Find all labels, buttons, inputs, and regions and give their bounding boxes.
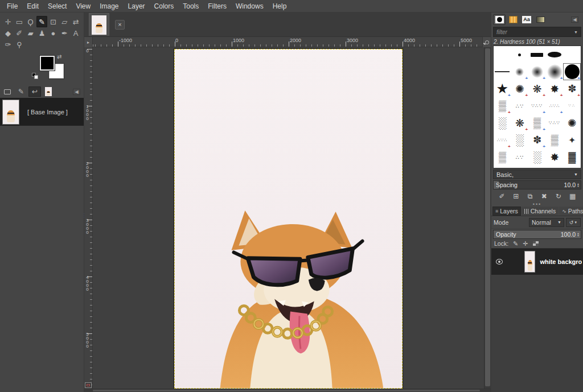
brush-cell[interactable]: ∴∵ <box>511 97 529 114</box>
bucket-fill-tool[interactable]: ◆ <box>2 27 14 39</box>
tool-options-tab[interactable]: ✎ <box>15 86 27 97</box>
brush-cell[interactable]: + <box>546 63 564 80</box>
menu-item-view[interactable]: View <box>71 1 95 12</box>
tab-paths[interactable]: ∿Paths <box>559 207 583 216</box>
menu-item-filters[interactable]: Filters <box>203 1 231 12</box>
clone-tool[interactable]: ♟ <box>36 27 48 39</box>
mode-select[interactable]: Normal ▼ <box>529 218 564 227</box>
brush-cell[interactable]: ❋+ <box>528 80 546 97</box>
swap-colors-icon[interactable]: ⇄ <box>57 53 61 60</box>
gradients-tab[interactable] <box>535 15 546 24</box>
lock-pixels-icon[interactable]: ✎ <box>513 240 518 247</box>
brush-cell[interactable] <box>563 46 581 63</box>
menu-item-tools[interactable]: Tools <box>178 1 203 12</box>
brush-cell[interactable]: ▒ <box>546 131 564 148</box>
brush-cell[interactable]: + <box>511 63 529 80</box>
menu-item-select[interactable]: Select <box>43 1 71 12</box>
brush-cell[interactable]: ∴∵∴+ <box>546 97 564 114</box>
brush-cell[interactable]: ▒ <box>494 148 511 166</box>
paths-tool[interactable]: ✒ <box>59 27 70 39</box>
open-brush-button[interactable]: ▦ <box>568 192 578 200</box>
horizontal-scrollbar[interactable] <box>84 389 491 392</box>
new-brush-button[interactable]: ⊞ <box>511 192 521 200</box>
refresh-brushes-button[interactable]: ↻ <box>553 192 564 200</box>
brush-cell[interactable] <box>494 46 511 63</box>
brush-cell[interactable]: + <box>563 63 581 80</box>
tab-layers[interactable]: ≡Layers <box>492 207 521 216</box>
lock-position-icon[interactable]: ✛ <box>523 240 528 247</box>
brush-cell[interactable]: ✽+ <box>563 80 581 97</box>
spinner-arrows-icon[interactable]: ▲▼ <box>577 232 581 237</box>
brush-cell[interactable]: ▒+ <box>494 97 511 114</box>
panel-resize-handle[interactable]: ••• <box>491 202 583 206</box>
brush-cell[interactable]: ✺ <box>563 114 581 131</box>
foreground-color-swatch[interactable] <box>40 56 55 71</box>
brush-cell[interactable]: ▒+ <box>528 114 546 131</box>
brush-cell[interactable]: ✸+ <box>546 80 564 97</box>
menu-item-windows[interactable]: Windows <box>231 1 268 12</box>
layer-row[interactable]: white background <box>491 249 583 275</box>
undo-history-tab[interactable]: ↩ <box>28 86 41 97</box>
images-tab[interactable] <box>42 86 55 97</box>
brush-cell[interactable] <box>528 46 546 63</box>
brush-cell[interactable]: ∴∵ <box>511 148 529 166</box>
menu-item-edit[interactable]: Edit <box>22 1 43 12</box>
eraser-tool[interactable]: ▰ <box>25 27 36 39</box>
flip-tool[interactable]: ⇄ <box>70 16 81 27</box>
spinner-arrows-icon[interactable]: ▲▼ <box>577 183 581 187</box>
brushes-tab[interactable] <box>494 15 505 24</box>
brush-cell[interactable]: ░ <box>511 131 529 148</box>
horizontal-scrollbar-thumb[interactable] <box>93 390 480 391</box>
brush-filter-input[interactable]: filter ▼ <box>493 27 581 37</box>
collapse-dock-icon[interactable]: ◀ <box>73 89 80 95</box>
smudge-tool[interactable]: ● <box>47 27 59 39</box>
zoom-tool[interactable]: ⚲ <box>14 39 25 50</box>
brush-cell[interactable] <box>494 63 511 80</box>
menu-item-image[interactable]: Image <box>95 1 123 12</box>
brush-cell[interactable] <box>511 46 529 63</box>
zoom-follow-window-button[interactable] <box>482 37 491 47</box>
close-image-icon[interactable]: × <box>115 20 125 30</box>
move-tool[interactable]: ✛ <box>2 16 14 27</box>
menu-item-colors[interactable]: Colors <box>150 1 179 12</box>
lock-alpha-icon[interactable] <box>533 241 539 246</box>
brush-cell[interactable]: ✽+ <box>528 131 546 148</box>
quick-mask-toggle[interactable] <box>85 382 92 388</box>
brush-cell[interactable]: ★+ <box>494 80 511 97</box>
rectangle-select-tool[interactable]: ▭ <box>14 16 25 27</box>
vertical-scrollbar-thumb[interactable] <box>485 48 490 386</box>
free-select-tool[interactable]: Ϙ <box>25 16 36 27</box>
brush-cell[interactable]: ∴∵∴+ <box>494 131 511 148</box>
delete-brush-button[interactable]: ✖ <box>539 192 549 200</box>
duplicate-brush-button[interactable]: ⧉ <box>525 192 535 200</box>
menu-item-layer[interactable]: Layer <box>124 1 150 12</box>
image-tab-active[interactable] <box>89 13 109 36</box>
canvas-viewport[interactable] <box>93 47 484 389</box>
crop-tool[interactable]: ⊡ <box>47 16 59 27</box>
device-status-tab[interactable] <box>1 86 14 97</box>
edit-brush-button[interactable]: ✐ <box>496 192 507 200</box>
brush-cell[interactable]: ░ <box>494 114 511 131</box>
brush-cell[interactable] <box>546 46 564 63</box>
brush-cell[interactable]: ░ <box>528 148 546 166</box>
default-colors-icon[interactable] <box>32 73 39 80</box>
opacity-slider[interactable]: Opacity 100.0 ▲▼ <box>493 230 581 239</box>
menu-item-file[interactable]: File <box>2 1 22 12</box>
brush-cell[interactable]: ▓ <box>563 148 581 166</box>
brush-cell[interactable]: ∵∴ <box>563 97 581 114</box>
canvas-image[interactable] <box>174 49 403 389</box>
spacing-slider[interactable]: Spacing 10.0 ▲▼ <box>493 180 581 189</box>
brush-cell[interactable]: ∵∴∵ <box>546 114 564 131</box>
brush-cell[interactable]: ∵∴∵+ <box>528 97 546 114</box>
brush-cell[interactable]: ✦ <box>563 131 581 148</box>
mode-reset-button[interactable]: ↺▼ <box>566 218 581 227</box>
brush-cell[interactable]: ✸ <box>546 148 564 166</box>
ink-tool[interactable]: ✑ <box>2 39 14 50</box>
tab-channels[interactable]: Channels <box>522 207 559 216</box>
visibility-eye-icon[interactable] <box>496 259 503 265</box>
undo-history-item[interactable]: [ Base Image ] <box>0 98 84 126</box>
text-tool[interactable]: A <box>70 27 81 39</box>
vertical-ruler[interactable]: 010002000300040005000 <box>84 47 93 389</box>
fonts-tab[interactable]: Aa <box>521 15 532 24</box>
collapse-dock-icon[interactable]: ◀ <box>571 16 578 23</box>
